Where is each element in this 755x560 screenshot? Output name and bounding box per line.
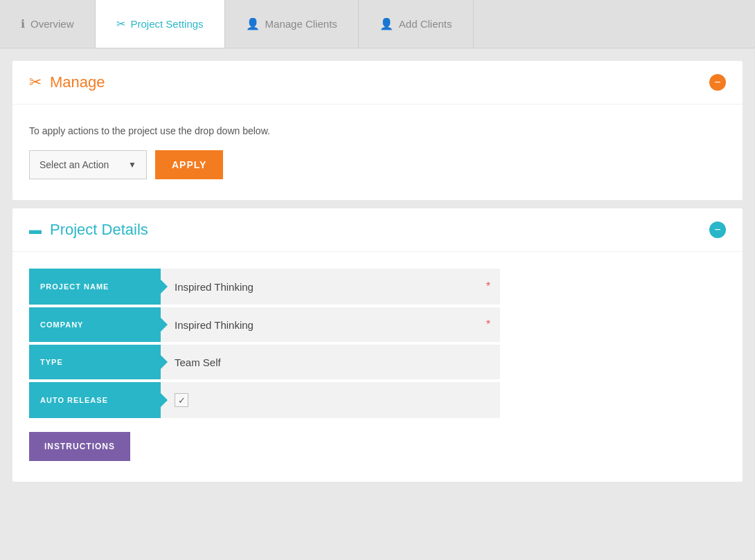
table-row: AUTO RELEASE ✓ xyxy=(29,381,500,418)
type-value[interactable]: Team Self xyxy=(161,343,500,381)
manage-collapse-button[interactable]: − xyxy=(709,74,726,91)
project-details-body: PROJECT NAME Inspired Thinking * COMPANY… xyxy=(12,252,743,482)
manage-icon: ✂ xyxy=(29,73,42,91)
instructions-button[interactable]: INSTRUCTIONS xyxy=(29,432,130,461)
manage-section: ✂ Manage − To apply actions to the proje… xyxy=(12,61,743,200)
project-name-label: PROJECT NAME xyxy=(29,269,161,306)
type-label: TYPE xyxy=(29,343,161,381)
table-row: TYPE Team Self xyxy=(29,343,500,381)
page-content: ✂ Manage − To apply actions to the proje… xyxy=(0,48,755,503)
tab-manage-clients[interactable]: 👤 Manage Clients xyxy=(225,0,359,48)
auto-release-label: AUTO RELEASE xyxy=(29,381,161,418)
tab-overview[interactable]: ℹ Overview xyxy=(0,0,96,48)
auto-release-checkbox-wrapper[interactable]: ✓ xyxy=(175,393,483,407)
auto-release-value[interactable]: ✓ xyxy=(161,381,500,418)
action-row: Select an Action ▼ APPLY xyxy=(29,150,726,179)
apply-button[interactable]: APPLY xyxy=(155,150,223,179)
company-label: COMPANY xyxy=(29,306,161,343)
manage-section-header: ✂ Manage − xyxy=(12,61,743,105)
table-row: COMPANY Inspired Thinking * xyxy=(29,306,500,343)
required-star: * xyxy=(486,280,490,293)
manage-section-title: ✂ Manage xyxy=(29,73,105,91)
table-row: PROJECT NAME Inspired Thinking * xyxy=(29,269,500,306)
manage-clients-icon: 👤 xyxy=(246,17,260,30)
tab-manage-clients-label: Manage Clients xyxy=(265,18,337,30)
auto-release-checkbox[interactable]: ✓ xyxy=(175,393,188,407)
company-value[interactable]: Inspired Thinking * xyxy=(161,306,500,343)
chevron-down-icon: ▼ xyxy=(128,160,136,170)
project-details-icon: ▬ xyxy=(29,223,42,237)
select-action-label: Select an Action xyxy=(39,159,109,170)
tab-add-clients[interactable]: 👤 Add Clients xyxy=(359,0,474,48)
project-details-title-text: Project Details xyxy=(50,221,148,239)
project-details-section: ▬ Project Details − PROJECT NAME Inspire… xyxy=(12,208,743,482)
tab-project-settings-label: Project Settings xyxy=(131,18,204,30)
action-description: To apply actions to the project use the … xyxy=(29,125,726,136)
tabs-bar: ℹ Overview ✂ Project Settings 👤 Manage C… xyxy=(0,0,755,48)
project-details-header: ▬ Project Details − xyxy=(12,208,743,252)
manage-title-text: Manage xyxy=(50,73,105,91)
tab-add-clients-label: Add Clients xyxy=(399,18,452,30)
overview-icon: ℹ xyxy=(21,17,25,30)
tab-overview-label: Overview xyxy=(30,18,74,30)
add-clients-icon: 👤 xyxy=(380,17,393,30)
manage-section-body: To apply actions to the project use the … xyxy=(12,105,743,200)
select-action-dropdown[interactable]: Select an Action ▼ xyxy=(29,150,147,179)
project-name-value[interactable]: Inspired Thinking * xyxy=(161,269,500,306)
project-details-table: PROJECT NAME Inspired Thinking * COMPANY… xyxy=(29,269,500,418)
project-details-collapse-button[interactable]: − xyxy=(709,222,726,238)
tab-project-settings[interactable]: ✂ Project Settings xyxy=(96,0,225,48)
required-star: * xyxy=(486,318,490,331)
project-settings-icon: ✂ xyxy=(116,17,125,30)
project-details-title: ▬ Project Details xyxy=(29,221,148,239)
